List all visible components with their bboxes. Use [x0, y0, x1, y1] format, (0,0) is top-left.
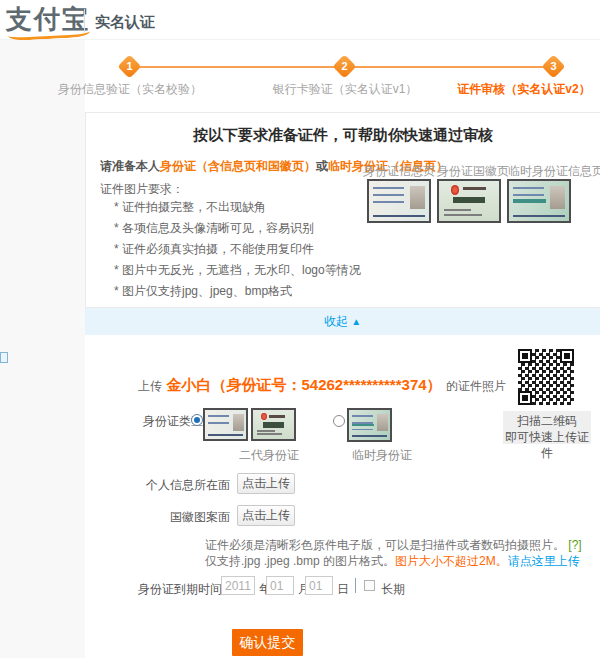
- back-side-label: 国徽图案面: [130, 509, 230, 526]
- alipay-identity-verification-page: 支付宝 实名认证 1 2 3 身份信息验证（实名校验） 银行卡验证（实名认证v1…: [0, 0, 600, 658]
- radio-second-gen-id[interactable]: [191, 414, 203, 426]
- card-photo: [233, 414, 243, 431]
- requirement-item: * 证件拍摄完整，不出现缺角: [114, 199, 266, 216]
- day-unit-label: 日: [337, 581, 349, 598]
- radio-temp-id[interactable]: [333, 415, 345, 427]
- temp-id-card-sample-image: [507, 179, 571, 223]
- upload-owner-line: 上传 金小白（身份证号：54262**********374） 的证件照片: [138, 376, 506, 395]
- step-marker-3: 3: [541, 54, 565, 78]
- card-number-line: [208, 434, 243, 436]
- card-text-line: [444, 214, 481, 216]
- requirements-heading: 证件图片要求：: [100, 181, 184, 198]
- note-format: 仅支持.jpg .jpeg .bmp 的图片格式。: [205, 554, 395, 568]
- confirm-submit-button[interactable]: 确认提交: [232, 629, 303, 656]
- step-number-2: 2: [336, 58, 353, 75]
- upload-note-line2: 仅支持.jpg .jpeg .bmp 的图片格式。图片大小不超过2M。请点这里上…: [205, 553, 580, 570]
- expiry-day-input[interactable]: [305, 576, 333, 595]
- card-text-lines: [208, 415, 229, 430]
- upload-here-link[interactable]: 请点这里上传: [508, 554, 580, 568]
- option-card-temp-image: [347, 408, 392, 442]
- card-title-line: [269, 415, 285, 418]
- qr-finder-icon: [518, 349, 532, 363]
- card-number-line: [373, 215, 425, 217]
- sample-label-id-front: 身份证信息页: [363, 163, 435, 180]
- card-band: [513, 199, 545, 203]
- front-side-label: 个人信息所在面: [130, 477, 230, 494]
- option-label-second-gen-id: 二代身份证: [239, 447, 299, 464]
- owner-prefix: 上传: [138, 379, 162, 393]
- intro-option1: 身份证（含信息页和国徽页）: [160, 159, 316, 173]
- owner-suffix: 的证件照片: [446, 379, 506, 393]
- qr-finder-icon: [518, 391, 532, 405]
- requirement-item: * 各项信息及头像清晰可见，容易识别: [114, 220, 314, 237]
- card-number-line: [352, 435, 387, 437]
- id-card-front-sample-image: [367, 179, 431, 223]
- alipay-logo[interactable]: 支付宝: [6, 2, 90, 37]
- qr-caption-line2: 即可快速上传证件: [503, 429, 591, 461]
- requirement-item: * 图片中无反光，无遮挡，无水印、logo等情况: [114, 262, 361, 279]
- qr-caption: 扫描二维码 即可快速上传证件: [503, 411, 591, 444]
- id-card-back-sample-image: [437, 179, 501, 223]
- card-title-line: [453, 197, 484, 203]
- step-label-identity-check: 身份信息验证（实名校验）: [20, 81, 240, 98]
- expiry-year-input[interactable]: [221, 576, 255, 595]
- card-text-line: [257, 433, 282, 435]
- help-icon[interactable]: [?]: [568, 538, 581, 552]
- qr-finder-icon: [560, 349, 574, 363]
- longterm-label: 长期: [381, 581, 405, 598]
- card-title-line: [463, 187, 486, 190]
- card-number-line: [513, 215, 565, 217]
- card-text-line: [257, 430, 275, 432]
- card-text-line: [444, 209, 471, 211]
- vertical-divider: [355, 578, 356, 593]
- step-label-bankcard-check: 银行卡验证（实名认证v1）: [235, 81, 455, 98]
- qr-pattern: [518, 349, 574, 405]
- intro-prefix: 请准备本人: [100, 159, 160, 173]
- instructions-title: 按以下要求准备证件，可帮助你快速通过审核: [100, 126, 586, 145]
- option-label-temp-id: 临时身份证: [352, 447, 412, 464]
- requirement-item: * 图片仅支持jpg、jpeg、bmp格式: [114, 283, 292, 300]
- national-emblem-icon: [261, 413, 267, 420]
- step-marker-2: 2: [332, 54, 356, 78]
- card-photo: [410, 186, 425, 209]
- requirement-item: * 证件必须真实拍摄，不能使用复印件: [114, 241, 314, 258]
- longterm-checkbox[interactable]: [364, 580, 375, 591]
- step-number-3: 3: [545, 58, 562, 75]
- upload-back-button[interactable]: 点击上传: [237, 505, 295, 526]
- national-emblem-icon: [451, 185, 459, 195]
- step-marker-1: 1: [117, 54, 141, 78]
- card-photo: [550, 186, 565, 209]
- intro-or: 或: [316, 159, 328, 173]
- sample-label-temp-id: 临时身份证信息页: [508, 163, 600, 180]
- option-card-back-image: [251, 408, 296, 441]
- note-size-limit: 图片大小不超过2M。: [395, 554, 508, 568]
- side-panel-tab[interactable]: [0, 352, 8, 363]
- option-card-front-image: [203, 408, 248, 441]
- card-text-lines: [513, 187, 544, 207]
- card-title-line: [263, 422, 284, 428]
- card-photo: [377, 414, 387, 431]
- note-text: 证件必须是清晰彩色原件电子版，可以是扫描件或者数码拍摄照片。: [205, 538, 565, 552]
- upload-note-line1: 证件必须是清晰彩色原件电子版，可以是扫描件或者数码拍摄照片。 [?]: [205, 537, 582, 554]
- step-number-1: 1: [121, 58, 138, 75]
- card-text-lines: [352, 415, 373, 430]
- collapse-toggle[interactable]: 收起 ▲: [85, 308, 600, 335]
- page-title: 实名认证: [95, 13, 155, 32]
- header: 支付宝 实名认证: [0, 0, 600, 40]
- left-margin-strip: [0, 40, 85, 658]
- expiry-month-input[interactable]: [266, 576, 294, 595]
- upload-front-button[interactable]: 点击上传: [237, 473, 295, 494]
- header-divider: [84, 9, 85, 33]
- chevron-up-icon: ▲: [351, 316, 361, 327]
- card-text-lines: [373, 187, 404, 207]
- owner-name-and-id: 金小白（身份证号：54262**********374）: [166, 376, 441, 393]
- collapse-label: 收起: [324, 314, 348, 328]
- qr-code: [517, 348, 575, 406]
- card-band: [352, 424, 374, 427]
- step-label-document-review: 证件审核（实名认证v2）: [448, 81, 600, 98]
- sample-label-id-back: 身份证国徽页: [437, 163, 509, 180]
- qr-caption-line1: 扫描二维码: [503, 413, 591, 429]
- expiry-date-label: 身份证到期时间: [138, 581, 222, 598]
